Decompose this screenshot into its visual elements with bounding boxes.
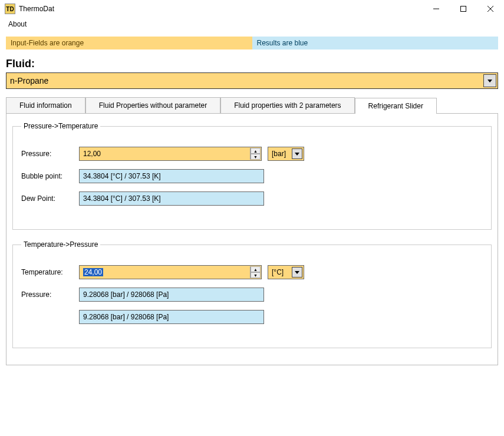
tab-fluid-information[interactable]: Fluid information (6, 97, 85, 113)
app-icon: TD (5, 4, 15, 14)
legend-result: Results are blue (252, 37, 499, 49)
temperature-spinner[interactable]: ▲▼ (250, 266, 261, 278)
bubble-point-label: Bubble point: (21, 172, 79, 180)
temperature-input-value: 24,00 (83, 268, 103, 276)
bubble-point-output: 34.3804 [°C] / 307.53 [K] (79, 169, 264, 183)
temperature-label: Temperature: (21, 268, 79, 276)
tab-panel-refrigerant-slider: Pressure->Temperature Pressure: 12,00 ▲▼… (6, 113, 498, 365)
pressure-input[interactable]: 12,00 ▲▼ (79, 147, 262, 161)
legend-input: Input-Fields are orange (6, 37, 252, 49)
window-title: ThermoDat (19, 5, 54, 13)
chevron-down-icon[interactable] (292, 148, 302, 159)
group-title-pt: Pressure->Temperature (21, 122, 100, 130)
svg-rect-1 (461, 6, 466, 12)
pressure-output-label: Pressure: (21, 290, 79, 299)
temperature-unit-value: [°C] (272, 268, 284, 276)
minimize-button[interactable] (423, 0, 450, 18)
dew-point-label: Dew Point: (21, 194, 79, 203)
pressure-output-2: 9.28068 [bar] / 928068 [Pa] (79, 310, 264, 324)
pressure-output-1: 9.28068 [bar] / 928068 [Pa] (79, 288, 264, 302)
fluid-selected-value: n-Propane (10, 76, 48, 85)
window-titlebar: TD ThermoDat (0, 0, 504, 18)
group-temperature-to-pressure: Temperature->Pressure Temperature: 24,00… (12, 240, 492, 348)
pressure-spinner[interactable]: ▲▼ (250, 148, 261, 160)
tab-refrigerant-slider[interactable]: Refrigerant Slider (355, 98, 437, 114)
tab-properties-no-param[interactable]: Fluid Properties without parameter (85, 97, 220, 113)
menubar: About (0, 18, 504, 32)
temperature-unit-select[interactable]: [°C] (268, 265, 304, 279)
menu-about[interactable]: About (5, 19, 30, 29)
chevron-down-icon[interactable] (292, 267, 302, 278)
tab-properties-2-param[interactable]: Fluid properties with 2 parameters (220, 97, 354, 113)
pressure-unit-value: [bar] (272, 150, 286, 158)
pressure-unit-select[interactable]: [bar] (268, 147, 304, 161)
pressure-label: Pressure: (21, 150, 79, 158)
temperature-input[interactable]: 24,00 ▲▼ (79, 265, 262, 279)
legend-strip: Input-Fields are orange Results are blue (6, 37, 498, 49)
group-title-tp: Temperature->Pressure (21, 240, 100, 249)
fluid-label: Fluid: (6, 58, 498, 70)
group-pressure-to-temperature: Pressure->Temperature Pressure: 12,00 ▲▼… (12, 122, 492, 230)
pressure-input-value: 12,00 (83, 150, 101, 158)
chevron-down-icon[interactable] (483, 74, 496, 87)
dew-point-output: 34.3804 [°C] / 307.53 [K] (79, 191, 264, 206)
close-button[interactable] (477, 0, 504, 18)
fluid-select[interactable]: n-Propane (6, 72, 498, 89)
tab-bar: Fluid information Fluid Properties witho… (6, 97, 498, 113)
maximize-button[interactable] (450, 0, 477, 18)
